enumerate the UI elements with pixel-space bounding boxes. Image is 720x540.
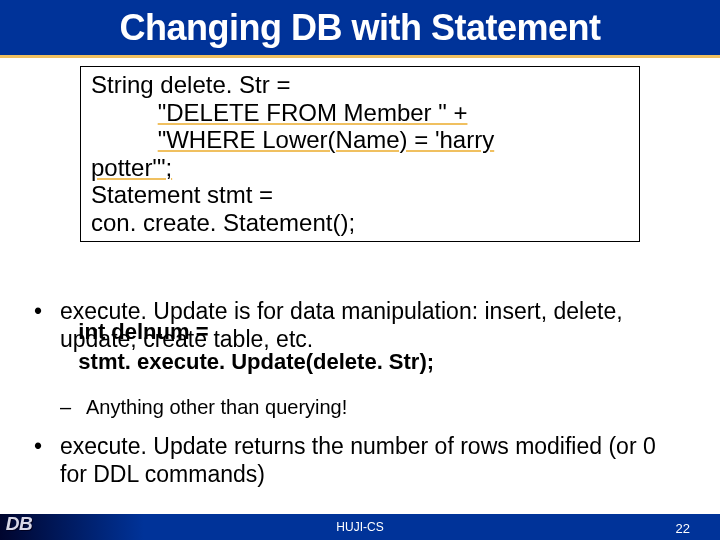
title-bar: Changing DB with Statement [0, 0, 720, 55]
sub-bullet-1: Anything other than querying! [34, 395, 686, 419]
code-text: potter'"; [91, 154, 172, 182]
code-text: "WHERE Lower(Name) = 'harry [158, 126, 495, 154]
overlay-code-2: stmt. execute. Update(delete. Str); [60, 349, 434, 375]
slide-title: Changing DB with Statement [120, 7, 601, 49]
bullet-2: execute. Update returns the number of ro… [34, 433, 686, 488]
code-line-2: "DELETE FROM Member " + [91, 99, 629, 127]
indent [91, 126, 158, 153]
indent [91, 99, 158, 126]
slide: Changing DB with Statement String delete… [0, 0, 720, 540]
db-label: DB [6, 513, 32, 535]
code-line-3: "WHERE Lower(Name) = 'harry [91, 126, 629, 154]
overlay-code-1: int delnum = [60, 319, 209, 345]
footer-bar: HUJI-CS [0, 514, 720, 540]
code-line-4: potter'"; [91, 154, 629, 182]
footer-center-text: HUJI-CS [336, 520, 383, 534]
code-line-6: con. create. Statement(); [91, 209, 629, 237]
slide-number: 22 [676, 521, 690, 536]
db-badge: DB [0, 510, 40, 538]
code-line-5: Statement stmt = [91, 181, 629, 209]
code-box: String delete. Str = "DELETE FROM Member… [80, 66, 640, 242]
code-text: "DELETE FROM Member " + [158, 99, 468, 127]
bullet-group-2: execute. Update returns the number of ro… [34, 433, 686, 488]
slide-body: String delete. Str = "DELETE FROM Member… [0, 58, 720, 540]
code-line-1: String delete. Str = [91, 71, 629, 99]
